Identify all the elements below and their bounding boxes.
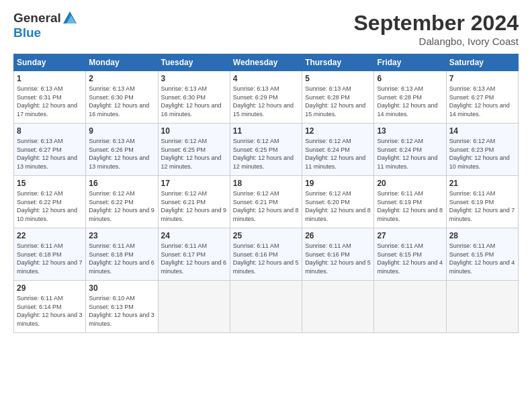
days-header-row: SundayMondayTuesdayWednesdayThursdayFrid…: [14, 54, 519, 71]
calendar-cell: 16Sunrise: 6:12 AMSunset: 6:22 PMDayligh…: [86, 176, 158, 228]
calendar-cell: 17Sunrise: 6:12 AMSunset: 6:21 PMDayligh…: [158, 176, 230, 228]
day-number: 1: [17, 74, 83, 83]
calendar-cell: 13Sunrise: 6:12 AMSunset: 6:24 PMDayligh…: [374, 124, 446, 176]
calendar-cell: [446, 281, 518, 333]
day-number: 10: [161, 126, 227, 136]
day-info: Sunrise: 6:11 AMSunset: 6:14 PMDaylight:…: [17, 294, 83, 328]
calendar-cell: 7Sunrise: 6:13 AMSunset: 6:27 PMDaylight…: [446, 71, 518, 124]
title-block: September 2024 Dalangbo, Ivory Coast: [354, 11, 519, 47]
calendar-cell: 14Sunrise: 6:12 AMSunset: 6:23 PMDayligh…: [446, 124, 518, 176]
day-info: Sunrise: 6:11 AMSunset: 6:15 PMDaylight:…: [449, 242, 515, 275]
calendar-cell: 24Sunrise: 6:11 AMSunset: 6:17 PMDayligh…: [158, 228, 230, 281]
day-info: Sunrise: 6:12 AMSunset: 6:22 PMDaylight:…: [89, 189, 154, 223]
day-info: Sunrise: 6:11 AMSunset: 6:19 PMDaylight:…: [449, 189, 515, 223]
calendar-cell: 18Sunrise: 6:12 AMSunset: 6:21 PMDayligh…: [230, 176, 302, 228]
day-info: Sunrise: 6:12 AMSunset: 6:25 PMDaylight:…: [233, 137, 299, 171]
day-info: Sunrise: 6:13 AMSunset: 6:26 PMDaylight:…: [89, 137, 154, 171]
calendar-cell: 3Sunrise: 6:13 AMSunset: 6:30 PMDaylight…: [158, 71, 230, 124]
calendar-cell: 1Sunrise: 6:13 AMSunset: 6:31 PMDaylight…: [14, 71, 86, 124]
day-info: Sunrise: 6:13 AMSunset: 6:30 PMDaylight:…: [161, 85, 227, 118]
day-number: 17: [161, 179, 227, 188]
day-info: Sunrise: 6:10 AMSunset: 6:13 PMDaylight:…: [89, 294, 154, 328]
logo-blue: Blue: [13, 26, 41, 40]
day-info: Sunrise: 6:11 AMSunset: 6:16 PMDaylight:…: [305, 242, 371, 275]
calendar-cell: 6Sunrise: 6:13 AMSunset: 6:28 PMDaylight…: [374, 71, 446, 124]
day-number: 7: [449, 74, 515, 83]
day-info: Sunrise: 6:13 AMSunset: 6:28 PMDaylight:…: [305, 85, 371, 118]
calendar-cell: 25Sunrise: 6:11 AMSunset: 6:16 PMDayligh…: [230, 228, 302, 281]
day-info: Sunrise: 6:12 AMSunset: 6:22 PMDaylight:…: [17, 189, 83, 223]
location-title: Dalangbo, Ivory Coast: [354, 36, 519, 47]
calendar-cell: [302, 281, 374, 333]
day-header-sunday: Sunday: [14, 54, 86, 71]
calendar-week-row: 1Sunrise: 6:13 AMSunset: 6:31 PMDaylight…: [14, 71, 519, 124]
day-info: Sunrise: 6:11 AMSunset: 6:17 PMDaylight:…: [161, 242, 227, 275]
day-number: 30: [89, 283, 154, 293]
day-number: 22: [17, 231, 83, 240]
day-number: 29: [17, 283, 83, 293]
calendar-table: SundayMondayTuesdayWednesdayThursdayFrid…: [13, 54, 519, 333]
day-number: 23: [89, 231, 154, 240]
calendar-cell: 12Sunrise: 6:12 AMSunset: 6:24 PMDayligh…: [302, 124, 374, 176]
calendar-cell: 22Sunrise: 6:11 AMSunset: 6:18 PMDayligh…: [14, 228, 86, 281]
page: GeneralBlue September 2024 Dalangbo, Ivo…: [0, 0, 532, 411]
header: GeneralBlue September 2024 Dalangbo, Ivo…: [13, 11, 519, 47]
calendar-cell: 2Sunrise: 6:13 AMSunset: 6:30 PMDaylight…: [86, 71, 158, 124]
calendar-cell: 4Sunrise: 6:13 AMSunset: 6:29 PMDaylight…: [230, 71, 302, 124]
logo-general: General: [13, 11, 61, 26]
day-number: 15: [17, 179, 83, 188]
day-info: Sunrise: 6:12 AMSunset: 6:21 PMDaylight:…: [161, 189, 227, 223]
day-number: 2: [89, 74, 154, 83]
day-info: Sunrise: 6:13 AMSunset: 6:27 PMDaylight:…: [17, 137, 83, 171]
calendar-cell: 11Sunrise: 6:12 AMSunset: 6:25 PMDayligh…: [230, 124, 302, 176]
day-number: 25: [233, 231, 299, 240]
day-number: 13: [377, 126, 443, 136]
calendar-cell: 23Sunrise: 6:11 AMSunset: 6:18 PMDayligh…: [86, 228, 158, 281]
calendar-cell: 27Sunrise: 6:11 AMSunset: 6:15 PMDayligh…: [374, 228, 446, 281]
day-info: Sunrise: 6:12 AMSunset: 6:21 PMDaylight:…: [233, 189, 299, 223]
calendar-cell: 15Sunrise: 6:12 AMSunset: 6:22 PMDayligh…: [14, 176, 86, 228]
day-header-monday: Monday: [86, 54, 158, 71]
calendar-cell: 29Sunrise: 6:11 AMSunset: 6:14 PMDayligh…: [14, 281, 86, 333]
month-title: September 2024: [354, 11, 519, 36]
day-info: Sunrise: 6:12 AMSunset: 6:23 PMDaylight:…: [449, 137, 515, 171]
day-number: 20: [377, 179, 443, 188]
day-number: 4: [233, 74, 299, 83]
calendar-cell: [374, 281, 446, 333]
day-number: 26: [305, 231, 371, 240]
day-number: 24: [161, 231, 227, 240]
calendar-cell: 21Sunrise: 6:11 AMSunset: 6:19 PMDayligh…: [446, 176, 518, 228]
calendar-body: 1Sunrise: 6:13 AMSunset: 6:31 PMDaylight…: [14, 71, 519, 333]
calendar-cell: 9Sunrise: 6:13 AMSunset: 6:26 PMDaylight…: [86, 124, 158, 176]
day-number: 21: [449, 179, 515, 188]
calendar-cell: 20Sunrise: 6:11 AMSunset: 6:19 PMDayligh…: [374, 176, 446, 228]
day-number: 3: [161, 74, 227, 83]
day-number: 8: [17, 126, 83, 136]
day-number: 18: [233, 179, 299, 188]
calendar-week-row: 15Sunrise: 6:12 AMSunset: 6:22 PMDayligh…: [14, 176, 519, 228]
calendar-cell: [158, 281, 230, 333]
day-header-saturday: Saturday: [446, 54, 518, 71]
calendar-cell: 26Sunrise: 6:11 AMSunset: 6:16 PMDayligh…: [302, 228, 374, 281]
day-info: Sunrise: 6:13 AMSunset: 6:27 PMDaylight:…: [449, 85, 515, 118]
calendar-cell: 10Sunrise: 6:12 AMSunset: 6:25 PMDayligh…: [158, 124, 230, 176]
day-info: Sunrise: 6:12 AMSunset: 6:20 PMDaylight:…: [305, 189, 371, 223]
day-info: Sunrise: 6:12 AMSunset: 6:25 PMDaylight:…: [161, 137, 227, 171]
day-number: 6: [377, 74, 443, 83]
day-info: Sunrise: 6:13 AMSunset: 6:28 PMDaylight:…: [377, 85, 443, 118]
day-info: Sunrise: 6:13 AMSunset: 6:29 PMDaylight:…: [233, 85, 299, 118]
calendar-cell: 8Sunrise: 6:13 AMSunset: 6:27 PMDaylight…: [14, 124, 86, 176]
day-number: 12: [305, 126, 371, 136]
day-header-thursday: Thursday: [302, 54, 374, 71]
calendar-week-row: 22Sunrise: 6:11 AMSunset: 6:18 PMDayligh…: [14, 228, 519, 281]
calendar-cell: 19Sunrise: 6:12 AMSunset: 6:20 PMDayligh…: [302, 176, 374, 228]
logo: GeneralBlue: [13, 11, 77, 40]
calendar-cell: 5Sunrise: 6:13 AMSunset: 6:28 PMDaylight…: [302, 71, 374, 124]
day-number: 16: [89, 179, 154, 188]
day-info: Sunrise: 6:11 AMSunset: 6:18 PMDaylight:…: [17, 242, 83, 275]
day-number: 28: [449, 231, 515, 240]
day-header-friday: Friday: [374, 54, 446, 71]
day-info: Sunrise: 6:13 AMSunset: 6:30 PMDaylight:…: [89, 85, 154, 118]
day-number: 19: [305, 179, 371, 188]
day-info: Sunrise: 6:11 AMSunset: 6:15 PMDaylight:…: [377, 242, 443, 275]
